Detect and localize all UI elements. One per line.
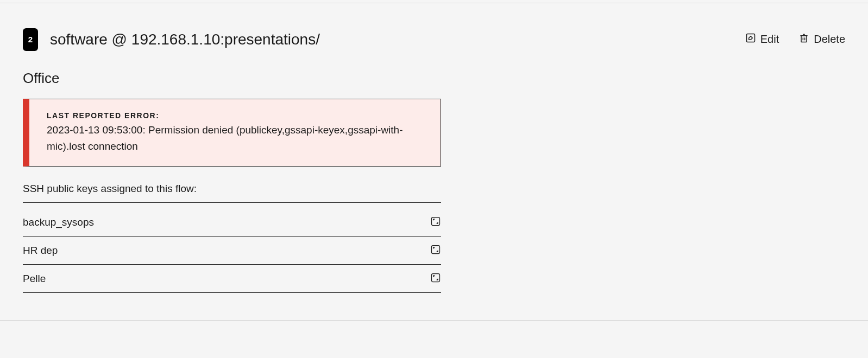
expand-icon [430,244,441,257]
svg-rect-0 [746,34,754,42]
svg-rect-3 [432,246,440,254]
edit-button[interactable]: Edit [745,33,779,46]
item-number-badge: 2 [23,28,38,51]
flow-title: software @ 192.168.1.10:presentations/ [50,25,320,54]
svg-rect-4 [432,274,440,282]
expand-key-button[interactable] [430,244,441,257]
edit-button-label: Edit [760,33,779,46]
ssh-key-name: backup_sysops [23,216,94,228]
svg-rect-1 [801,36,807,42]
trash-icon [798,33,809,46]
list-item: backup_sysops [23,208,441,236]
ssh-key-name: Pelle [23,273,46,285]
expand-key-button[interactable] [430,216,441,228]
error-label: LAST REPORTED ERROR: [47,111,425,120]
ssh-key-name: HR dep [23,245,58,257]
expand-icon [430,272,441,285]
error-panel: LAST REPORTED ERROR: 2023-01-13 09:53:00… [23,99,441,167]
expand-key-button[interactable] [430,272,441,285]
list-item: HR dep [23,236,441,265]
delete-button-label: Delete [814,33,845,46]
ssh-keys-heading: SSH public keys assigned to this flow: [23,183,441,203]
svg-rect-2 [432,218,440,226]
section-subtitle: Office [23,70,441,87]
edit-icon [745,33,756,46]
delete-button[interactable]: Delete [798,33,845,46]
list-item: Pelle [23,265,441,293]
expand-icon [430,216,441,228]
error-message: 2023-01-13 09:53:00: Permission denied (… [47,122,425,154]
